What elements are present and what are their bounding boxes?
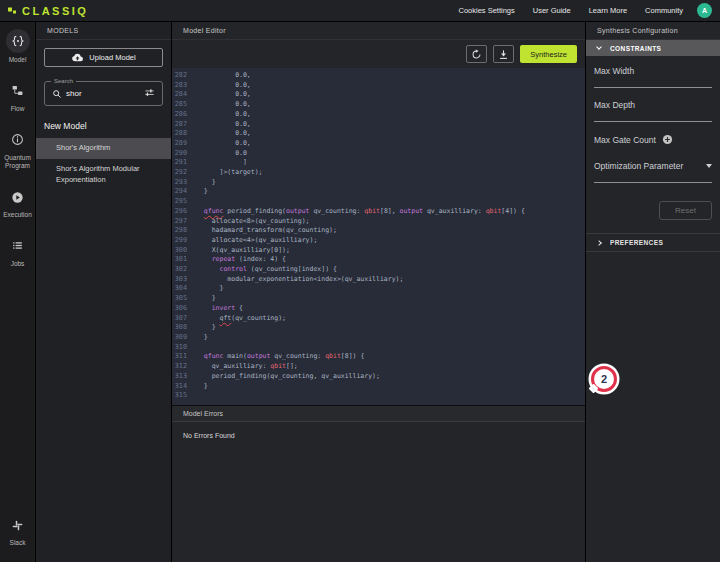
line-number: 286 bbox=[172, 110, 196, 120]
avatar[interactable]: A bbox=[697, 3, 712, 18]
line-number: 305 bbox=[172, 294, 196, 304]
code-line-284[interactable]: 284 0.0, bbox=[172, 90, 585, 100]
code-line-286[interactable]: 286 0.0, bbox=[172, 110, 585, 120]
nav-item-slack[interactable]: Slack bbox=[0, 514, 35, 548]
code-line-303[interactable]: 303 modular_exponentiation<index>(qv_aux… bbox=[172, 275, 585, 285]
search-input[interactable]: Search shor bbox=[44, 81, 163, 106]
code-line-283[interactable]: 283 0.0, bbox=[172, 81, 585, 91]
code-line-313[interactable]: 313 period_finding(qv_counting, qv_auxil… bbox=[172, 372, 585, 382]
line-number: 315 bbox=[172, 391, 196, 401]
editor-toolbar: Synthesize bbox=[172, 40, 585, 68]
code-line-296[interactable]: 296 qfunc period_finding(output qv_count… bbox=[172, 207, 585, 217]
line-number: 313 bbox=[172, 372, 196, 382]
add-circle-icon[interactable] bbox=[662, 134, 673, 145]
code-line-293[interactable]: 293 } bbox=[172, 178, 585, 188]
line-number: 295 bbox=[172, 197, 196, 207]
download-button[interactable] bbox=[493, 45, 514, 63]
nav-item-model[interactable]: Model bbox=[0, 29, 35, 65]
filter-tune-icon[interactable] bbox=[144, 88, 155, 99]
code-line-298[interactable]: 298 hadamard_transform(qv_counting); bbox=[172, 226, 585, 236]
model-item-shor-s-algorithm[interactable]: Shor's Algorithm bbox=[36, 138, 171, 159]
nav-item-execution[interactable]: Execution bbox=[0, 186, 35, 220]
nav-item-jobs[interactable]: Jobs bbox=[0, 235, 35, 269]
code-line-297[interactable]: 297 allocate<8>(qv_counting); bbox=[172, 217, 585, 227]
code-line-288[interactable]: 288 0.0, bbox=[172, 129, 585, 139]
code-text: X(qv_auxilliary[0]); bbox=[196, 246, 290, 256]
code-line-300[interactable]: 300 X(qv_auxilliary[0]); bbox=[172, 246, 585, 256]
synthesis-config-title: Synthesis Configuration bbox=[586, 22, 720, 40]
constraints-section-header[interactable]: CONSTRAINTS bbox=[586, 40, 720, 56]
config-field-max-depth[interactable]: Max Depth bbox=[594, 100, 712, 122]
code-line-311[interactable]: 311 qfunc main(output qv_counting: qbit[… bbox=[172, 352, 585, 362]
nav-item-flow[interactable]: Flow bbox=[0, 80, 35, 114]
model-item-shor-s-algorithm-modular-exponentiation[interactable]: Shor's Algorithm Modular Exponentiation bbox=[36, 159, 171, 191]
code-line-301[interactable]: 301 repeat (index: 4) { bbox=[172, 255, 585, 265]
code-line-308[interactable]: 308 } bbox=[172, 323, 585, 333]
line-number: 293 bbox=[172, 178, 196, 188]
list-icon bbox=[7, 235, 29, 257]
refresh-icon bbox=[471, 49, 482, 60]
code-line-310[interactable]: 310 bbox=[172, 343, 585, 353]
line-number: 298 bbox=[172, 226, 196, 236]
constraints-label: CONSTRAINTS bbox=[610, 45, 661, 52]
code-text: 0.0, bbox=[196, 110, 251, 120]
config-field-label: Max Depth bbox=[594, 100, 635, 110]
code-line-285[interactable]: 285 0.0, bbox=[172, 100, 585, 110]
synthesize-button[interactable]: Synthesize bbox=[520, 45, 577, 63]
code-line-305[interactable]: 305 } bbox=[172, 294, 585, 304]
select-chevron-down-icon bbox=[706, 164, 712, 168]
model-icon bbox=[6, 29, 30, 53]
code-line-304[interactable]: 304 } bbox=[172, 284, 585, 294]
model-errors-title: Model Errors bbox=[172, 405, 585, 422]
app-root: CLASSIQ Cookies SettingsUser GuideLearn … bbox=[0, 0, 720, 562]
preferences-section-header[interactable]: PREFERENCES bbox=[586, 233, 720, 252]
config-field-optimization-parameter[interactable]: Optimization Parameter bbox=[594, 161, 712, 183]
topbar-link-learn-more[interactable]: Learn More bbox=[589, 6, 627, 15]
code-line-309[interactable]: 309 } bbox=[172, 333, 585, 343]
play-icon bbox=[7, 186, 29, 208]
classiq-logo[interactable]: CLASSIQ bbox=[8, 5, 88, 17]
chevron-right-icon bbox=[596, 240, 602, 246]
nav-item-quantum-program[interactable]: Quantum Program bbox=[0, 129, 35, 172]
code-text: 0.0, bbox=[196, 139, 251, 149]
new-model-item[interactable]: New Model bbox=[36, 110, 171, 138]
line-number: 300 bbox=[172, 246, 196, 256]
config-field-max-gate-count[interactable]: Max Gate Count bbox=[594, 134, 712, 145]
line-number: 297 bbox=[172, 217, 196, 227]
code-line-307[interactable]: 307 qft(qv_counting); bbox=[172, 314, 585, 324]
code-area[interactable]: 282 0.0,283 0.0,284 0.0,285 0.0,286 0.0,… bbox=[172, 68, 585, 405]
topbar-link-community[interactable]: Community bbox=[645, 6, 683, 15]
code-line-291[interactable]: 291 ] bbox=[172, 158, 585, 168]
input-underline bbox=[594, 182, 712, 183]
code-text: period_finding(qv_counting, qv_auxilliar… bbox=[196, 372, 380, 382]
config-field-label: Max Width bbox=[594, 66, 634, 76]
topbar-link-user-guide[interactable]: User Guide bbox=[533, 6, 571, 15]
code-line-312[interactable]: 312 qv_auxilliary: qbit[]; bbox=[172, 362, 585, 372]
code-line-315[interactable]: 315 bbox=[172, 391, 585, 401]
code-line-295[interactable]: 295 bbox=[172, 197, 585, 207]
code-text: repeat (index: 4) { bbox=[196, 255, 286, 265]
code-line-292[interactable]: 292 ]>(target); bbox=[172, 168, 585, 178]
code-line-290[interactable]: 290 0.0 bbox=[172, 149, 585, 159]
code-line-289[interactable]: 289 0.0, bbox=[172, 139, 585, 149]
line-number: 303 bbox=[172, 275, 196, 285]
code-line-287[interactable]: 287 0.0, bbox=[172, 120, 585, 130]
code-text: 0.0, bbox=[196, 129, 251, 139]
line-number: 314 bbox=[172, 382, 196, 392]
nav-items: ModelFlowQuantum ProgramExecutionJobs bbox=[0, 29, 35, 284]
code-line-306[interactable]: 306 invert { bbox=[172, 304, 585, 314]
code-text: qfunc main(output qv_counting: qbit[8]) … bbox=[196, 352, 364, 362]
code-line-302[interactable]: 302 control (qv_counting[index]) { bbox=[172, 265, 585, 275]
reset-button[interactable]: Reset bbox=[659, 201, 712, 220]
code-text: } bbox=[196, 323, 216, 333]
code-line-299[interactable]: 299 allocate<4>(qv_auxilliary); bbox=[172, 236, 585, 246]
code-line-294[interactable]: 294 } bbox=[172, 187, 585, 197]
icon-rail: ModelFlowQuantum ProgramExecutionJobs Sl… bbox=[0, 22, 36, 562]
chevron-down-icon bbox=[596, 44, 602, 50]
topbar-link-cookies-settings[interactable]: Cookies Settings bbox=[458, 6, 514, 15]
code-line-282[interactable]: 282 0.0, bbox=[172, 71, 585, 81]
refresh-button[interactable] bbox=[466, 45, 487, 63]
code-line-314[interactable]: 314 } bbox=[172, 382, 585, 392]
upload-model-button[interactable]: Upload Model bbox=[44, 48, 163, 67]
config-field-max-width[interactable]: Max Width bbox=[594, 66, 712, 88]
